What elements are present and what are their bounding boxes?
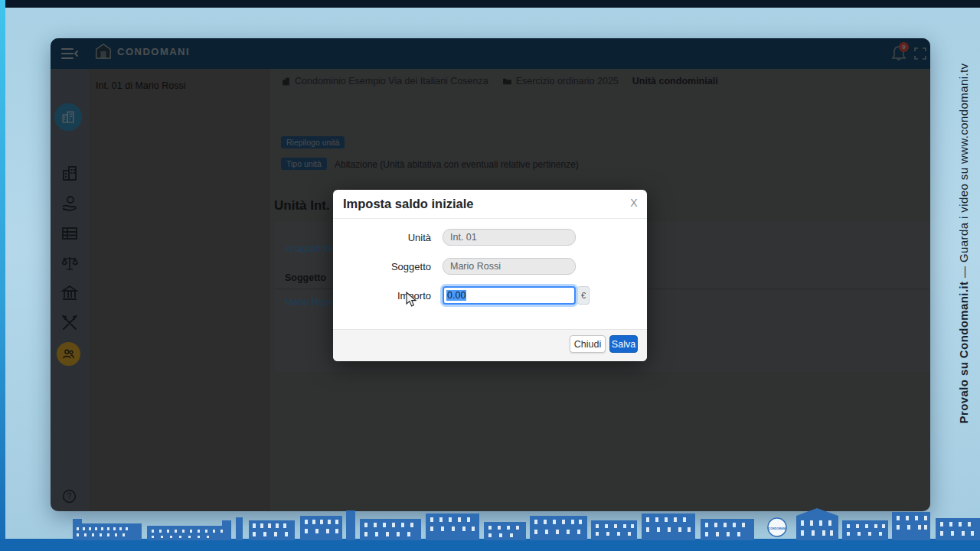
unita-field[interactable] <box>443 229 576 246</box>
left-accent-strip <box>0 0 5 551</box>
top-strip <box>0 0 980 8</box>
footer-skyline: CONDOMANI <box>0 508 980 551</box>
currency-addon: € <box>577 286 590 305</box>
soggetto-label: Soggetto <box>339 261 431 272</box>
modal-title: Imposta saldo iniziale <box>343 197 474 211</box>
imposta-saldo-modal: Imposta saldo iniziale X Unità Soggetto … <box>333 190 647 361</box>
importo-label: Importo <box>339 290 431 302</box>
modal-footer: Chiudi Salva <box>333 329 647 361</box>
side-promo-text: Provalo su Condomani.it — Guarda i video… <box>957 0 974 488</box>
soggetto-field[interactable] <box>443 258 576 275</box>
salva-button[interactable]: Salva <box>609 335 638 353</box>
promo-bold: Provalo su Condomani.it <box>957 282 970 424</box>
promo-regular: Guarda i video su www.condomani.tv <box>957 64 970 262</box>
unita-label: Unità <box>339 232 431 243</box>
chiudi-button[interactable]: Chiudi <box>570 335 606 353</box>
close-icon[interactable]: X <box>627 197 641 209</box>
modal-header: Imposta saldo iniziale X <box>333 190 647 219</box>
skyline-brand-badge: CONDOMANI <box>768 518 786 536</box>
promo-dash: — <box>957 266 970 278</box>
screen: Provalo su Condomani.it — Guarda i video… <box>0 0 980 551</box>
importo-field[interactable]: 0.00 <box>443 286 576 305</box>
mouse-cursor <box>406 292 416 307</box>
svg-text:CONDOMANI: CONDOMANI <box>769 527 786 530</box>
selected-text: 0.00 <box>446 290 466 301</box>
